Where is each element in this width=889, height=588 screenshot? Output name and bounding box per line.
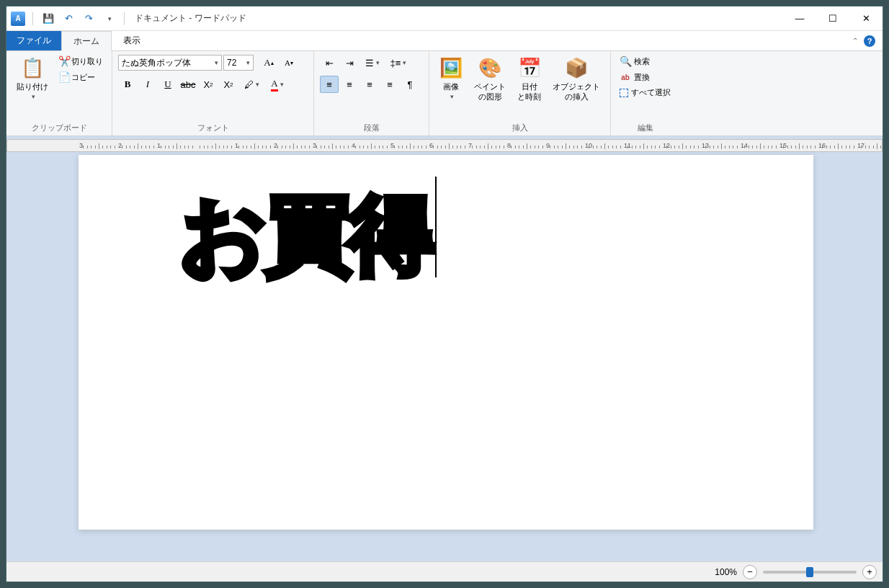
separator: [124, 12, 125, 25]
window-title: ドキュメント - ワードパッド: [135, 12, 246, 24]
line-spacing-button[interactable]: ‡≡▾: [386, 54, 411, 71]
insert-datetime-button[interactable]: 📅 日付 と時刻: [513, 54, 545, 105]
italic-button[interactable]: I: [138, 76, 157, 93]
replace-button[interactable]: ab 置換: [617, 70, 674, 84]
find-button[interactable]: 🔍 検索: [617, 54, 674, 68]
ruler-mark: 3: [313, 142, 316, 149]
justify-button[interactable]: ≡: [380, 76, 399, 93]
bold-button[interactable]: B: [118, 76, 137, 93]
grow-font-button[interactable]: A▴: [259, 54, 278, 71]
subscript-button[interactable]: X2: [199, 76, 218, 93]
decrease-indent-button[interactable]: ⇤: [320, 54, 339, 71]
increase-indent-button[interactable]: ⇥: [340, 54, 359, 71]
ruler-mark: 7: [468, 142, 472, 149]
horizontal-ruler[interactable]: 321123456789101112131415161718: [6, 139, 883, 152]
ruler-mark: 5: [390, 142, 394, 149]
redo-button[interactable]: ↷: [81, 11, 97, 27]
zoom-in-button[interactable]: +: [862, 565, 877, 579]
align-right-button[interactable]: ≡: [360, 76, 379, 93]
bullets-button[interactable]: ☰▾: [360, 54, 385, 71]
group-label-editing: 編集: [617, 120, 674, 135]
clipboard-icon: 📋: [21, 57, 44, 80]
group-label-clipboard: クリップボード: [12, 120, 106, 135]
tab-view[interactable]: 表示: [112, 31, 152, 50]
underline-button[interactable]: U: [158, 76, 177, 93]
document-text[interactable]: お買得: [179, 186, 432, 282]
tab-file[interactable]: ファイル: [6, 31, 61, 50]
superscript-button[interactable]: X2: [219, 76, 238, 93]
paragraph-dialog-button[interactable]: ¶: [401, 76, 419, 93]
group-label-insert: 挿入: [435, 120, 604, 135]
ruler-mark: 4: [352, 142, 355, 149]
document-area: 321123456789101112131415161718 お買得: [6, 136, 883, 561]
help-button[interactable]: ?: [864, 35, 875, 47]
group-label-paragraph: 段落: [320, 120, 423, 135]
font-color-button[interactable]: A▾: [265, 76, 290, 93]
maximize-button[interactable]: ☐: [816, 6, 849, 31]
ruler-mark: 1: [157, 142, 161, 149]
ruler-mark: 6: [429, 142, 433, 149]
save-button[interactable]: 💾: [40, 11, 56, 27]
copy-icon: 📄: [58, 71, 70, 83]
qat-dropdown[interactable]: ▾: [101, 11, 117, 27]
app-icon: A: [11, 12, 25, 26]
select-all-icon: [620, 89, 628, 97]
font-name-combo[interactable]: たぬ英角ポップ体▾: [118, 55, 222, 71]
align-center-button[interactable]: ≡: [340, 76, 359, 93]
insert-picture-button[interactable]: 🖼️ 画像▾: [435, 54, 467, 104]
scissors-icon: ✂️: [58, 55, 70, 67]
statusbar: 100% − +: [6, 561, 883, 582]
group-label-font: フォント: [118, 120, 308, 135]
paint-label: ペイント の図形: [474, 81, 506, 102]
cut-label: 切り取り: [71, 56, 103, 67]
ribbon: 📋 貼り付け ▾ ✂️ 切り取り 📄 コピー クリップボード: [6, 51, 883, 136]
collapse-ribbon-button[interactable]: ⌃: [852, 37, 858, 45]
group-paragraph: ⇤ ⇥ ☰▾ ‡≡▾ ≡ ≡ ≡ ≡ ¶ 段落: [314, 51, 429, 135]
ruler-mark: 9: [546, 142, 550, 149]
zoom-slider[interactable]: [763, 571, 857, 574]
font-size-combo[interactable]: 72▾: [223, 55, 254, 71]
search-icon: 🔍: [620, 55, 631, 67]
group-editing: 🔍 検索 ab 置換 すべて選択 編集: [611, 51, 679, 135]
select-all-button[interactable]: すべて選択: [617, 86, 674, 99]
quick-access-toolbar: A 💾 ↶ ↷ ▾: [11, 11, 128, 27]
font-size-value: 72: [227, 58, 236, 68]
highlight-button[interactable]: 🖊▾: [239, 76, 264, 93]
undo-button[interactable]: ↶: [61, 11, 76, 27]
zoom-value: 100%: [715, 567, 737, 577]
paste-button[interactable]: 📋 貼り付け ▾: [12, 54, 53, 104]
ruler-mark: 1: [235, 142, 238, 149]
ruler-mark: 2: [118, 142, 122, 149]
picture-icon: 🖼️: [439, 57, 463, 80]
titlebar: A 💾 ↶ ↷ ▾ ドキュメント - ワードパッド — ☐ ✕: [6, 6, 883, 31]
shrink-font-button[interactable]: A▾: [280, 54, 298, 71]
group-clipboard: 📋 貼り付け ▾ ✂️ 切り取り 📄 コピー クリップボード: [6, 51, 112, 135]
calendar-icon: 📅: [518, 57, 541, 80]
close-button[interactable]: ✕: [849, 6, 883, 31]
replace-icon: ab: [620, 71, 631, 83]
datetime-label: 日付 と時刻: [517, 81, 541, 102]
zoom-out-button[interactable]: −: [743, 565, 757, 579]
select-all-label: すべて選択: [631, 87, 671, 98]
group-insert: 🖼️ 画像▾ 🎨 ペイント の図形 📅 日付 と時刻 📦 オブジェクト の挿入 …: [429, 51, 611, 135]
strikethrough-button[interactable]: abc: [179, 76, 197, 93]
cut-button[interactable]: ✂️ 切り取り: [55, 54, 106, 68]
copy-button[interactable]: 📄 コピー: [55, 70, 106, 84]
object-icon: 📦: [565, 57, 588, 80]
ruler-mark: 2: [274, 142, 277, 149]
copy-label: コピー: [71, 72, 95, 83]
paste-label: 貼り付け: [17, 81, 48, 92]
align-left-button[interactable]: ≡: [320, 76, 339, 93]
minimize-button[interactable]: —: [783, 6, 816, 31]
object-label: オブジェクト の挿入: [553, 81, 600, 102]
app-window: A 💾 ↶ ↷ ▾ ドキュメント - ワードパッド — ☐ ✕ ファイル ホーム…: [6, 6, 883, 582]
group-font: たぬ英角ポップ体▾ 72▾ A▴ A▾ B I U: [112, 51, 314, 135]
zoom-thumb[interactable]: [806, 567, 813, 577]
ruler-mark: 3: [79, 142, 83, 149]
ribbon-tabs: ファイル ホーム 表示 ⌃ ?: [6, 31, 883, 51]
font-name-value: たぬ英角ポップ体: [122, 57, 191, 69]
document-page[interactable]: お買得: [79, 155, 813, 530]
insert-object-button[interactable]: 📦 オブジェクト の挿入: [548, 54, 604, 105]
tab-home[interactable]: ホーム: [61, 31, 112, 51]
insert-paint-button[interactable]: 🎨 ペイント の図形: [470, 54, 510, 105]
